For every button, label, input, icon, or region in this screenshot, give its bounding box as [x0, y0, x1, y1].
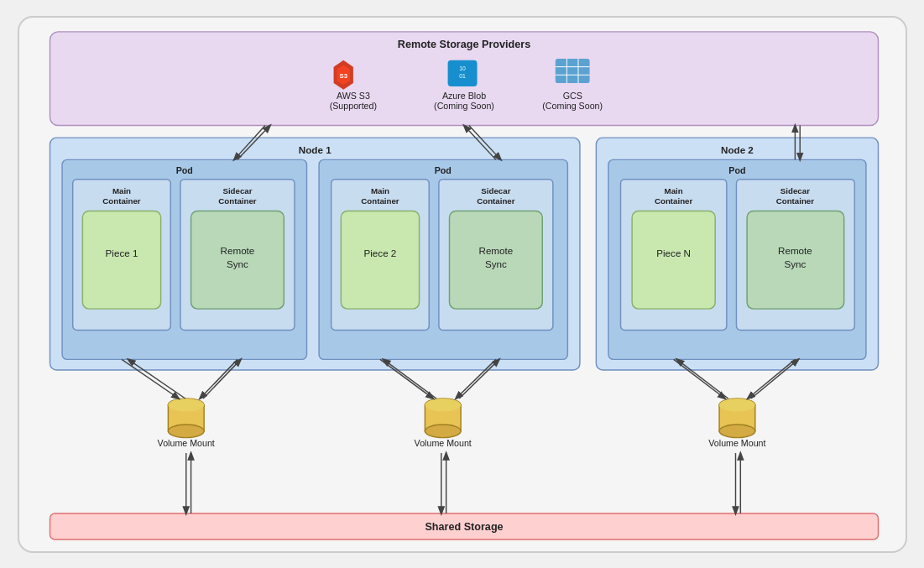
pod3-sync-label: Remote — [778, 245, 812, 256]
pod1-sync-label2: Sync — [226, 258, 248, 268]
pod1-sidecar-container-title: Sidecar — [222, 186, 252, 195]
svg-point-18 — [425, 399, 461, 412]
shared-storage-label: Shared Storage — [425, 521, 503, 533]
svg-rect-6 — [555, 58, 589, 82]
volume2-label: Volume Mount — [414, 438, 471, 448]
main-wrapper: Remote Storage Providers S3 AWS S3 (Supp… — [18, 16, 907, 553]
gcs-label: GCS — [562, 90, 582, 100]
pod1-piece1-label: Piece 1 — [105, 247, 138, 258]
volume2-cylinder — [425, 399, 461, 438]
svg-point-17 — [425, 425, 461, 438]
pod1-piece1-box — [82, 211, 160, 309]
node1-title: Node 1 — [298, 143, 331, 154]
svg-text:10: 10 — [459, 65, 466, 70]
volume1-label: Volume Mount — [157, 438, 214, 448]
svg-text:01: 01 — [459, 73, 466, 79]
pod2-sidecar-container-title: Sidecar — [481, 186, 510, 195]
pod3-main-container-title: Main — [664, 186, 682, 195]
gcs-label2: (Coming Soon) — [542, 101, 603, 111]
pod2-piece2-label: Piece 2 — [363, 247, 396, 258]
pod3-sidecar-container-title2: Container — [775, 195, 814, 205]
pod3-main-container-title2: Container — [655, 195, 693, 205]
gcs-icon — [555, 58, 589, 82]
volume3-cylinder — [719, 399, 755, 438]
pod1-sidecar-container-title2: Container — [218, 195, 257, 205]
pod2-piece2-box — [341, 211, 419, 309]
pod2-sync-label: Remote — [478, 245, 513, 256]
volume3-label: Volume Mount — [708, 438, 765, 448]
azure-blob-label: Azure Blob — [441, 90, 485, 100]
pod2-main-container-title: Main — [370, 186, 389, 195]
svg-text:S3: S3 — [339, 72, 347, 80]
pod3-pieceN-box — [632, 211, 715, 309]
svg-point-14 — [168, 399, 204, 412]
azure-blob-icon: 10 01 — [447, 60, 477, 86]
azure-blob-label2: (Coming Soon) — [434, 101, 494, 111]
pod1-sync-label: Remote — [220, 245, 254, 256]
pod2-main-container-title2: Container — [361, 195, 399, 205]
pod3-sync-label2: Sync — [784, 258, 806, 268]
svg-point-22 — [719, 399, 755, 412]
pod1-main-container-title: Main — [112, 186, 130, 195]
pod2-title: Pod — [434, 164, 451, 175]
node2-title: Node 2 — [721, 143, 754, 154]
pod1-title: Pod — [175, 164, 192, 175]
pod2-sync-label2: Sync — [484, 258, 506, 268]
pod2-sidecar-container-title2: Container — [477, 195, 515, 205]
pod3-pieceN-label: Piece N — [656, 247, 691, 258]
svg-point-21 — [719, 425, 755, 438]
diagram-svg: Remote Storage Providers S3 AWS S3 (Supp… — [29, 28, 899, 541]
pod3-title: Pod — [728, 164, 745, 175]
svg-point-13 — [168, 425, 204, 438]
aws-s3-label2: (Supported) — [329, 101, 376, 111]
aws-s3-label: AWS S3 — [336, 90, 369, 100]
volume1-cylinder — [168, 399, 204, 438]
remote-storage-title: Remote Storage Providers — [397, 39, 530, 50]
pod3-sidecar-container-title: Sidecar — [780, 186, 809, 195]
pod1-main-container-title2: Container — [102, 195, 141, 205]
